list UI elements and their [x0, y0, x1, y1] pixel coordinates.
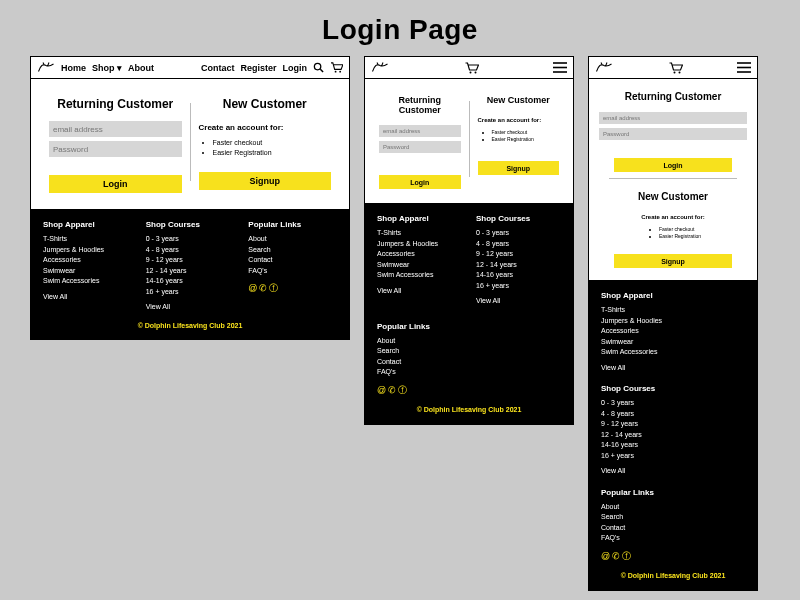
search-icon[interactable]	[313, 62, 324, 73]
viewall-link[interactable]: View All	[601, 363, 745, 374]
facebook-icon[interactable]: ⓕ	[622, 551, 631, 561]
benefit-1: Faster checkout	[492, 129, 534, 136]
benefits-list: Faster checkout Easier Registration	[645, 226, 701, 240]
signup-button[interactable]: Signup	[478, 161, 560, 175]
password-input[interactable]	[49, 141, 182, 157]
whatsapp-icon[interactable]: ✆	[612, 551, 620, 561]
whatsapp-icon[interactable]: ✆	[388, 385, 396, 395]
footer-courses: Shop Courses 0 - 3 years 4 - 8 years 9 -…	[601, 383, 745, 477]
nav-home[interactable]: Home	[61, 63, 86, 73]
viewall-link[interactable]: View All	[43, 292, 132, 303]
footer-link[interactable]: 12 - 14 years	[601, 430, 745, 441]
footer-link[interactable]: FAQ's	[601, 533, 745, 544]
footer-link[interactable]: T-Shirts	[377, 228, 462, 239]
email-input[interactable]	[379, 125, 461, 137]
viewall-link[interactable]: View All	[476, 296, 561, 307]
cart-icon[interactable]	[668, 62, 683, 74]
footer-link[interactable]: Swim Accessories	[43, 276, 132, 287]
returning-customer-panel: Returning Customer Login	[599, 87, 747, 172]
footer-link[interactable]: T-Shirts	[43, 234, 132, 245]
footer-link[interactable]: 16 + years	[146, 287, 235, 298]
footer-link[interactable]: 9 - 12 years	[601, 419, 745, 430]
footer-link[interactable]: 9 - 12 years	[146, 255, 235, 266]
footer-link[interactable]: Swimwear	[377, 260, 462, 271]
footer-link[interactable]: Contact	[377, 357, 561, 368]
footer-link[interactable]: 12 - 14 years	[476, 260, 561, 271]
viewall-link[interactable]: View All	[601, 466, 745, 477]
facebook-icon[interactable]: ⓕ	[269, 283, 278, 293]
whatsapp-icon[interactable]: ✆	[259, 283, 267, 293]
at-icon[interactable]: @	[377, 385, 386, 395]
cart-icon[interactable]	[464, 62, 479, 74]
returning-title: Returning Customer	[57, 97, 173, 111]
footer-link[interactable]: Swim Accessories	[377, 270, 462, 281]
footer-link[interactable]: Search	[377, 346, 561, 357]
footer-link[interactable]: FAQ's	[248, 266, 337, 277]
footer-link[interactable]: 4 - 8 years	[601, 409, 745, 420]
footer-link[interactable]: 16 + years	[601, 451, 745, 462]
footer-link[interactable]: Swim Accessories	[601, 347, 745, 358]
svg-point-4	[469, 71, 471, 73]
footer-link[interactable]: Accessories	[377, 249, 462, 260]
footer-courses-head: Shop Courses	[146, 219, 235, 231]
footer-popular: Popular Links About Search Contact FAQ's…	[377, 321, 561, 398]
footer-link[interactable]: Jumpers & Hoodies	[601, 316, 745, 327]
footer-link[interactable]: 14-16 years	[601, 440, 745, 451]
at-icon[interactable]: @	[601, 551, 610, 561]
footer-desktop: Shop Apparel T-Shirts Jumpers & Hoodies …	[31, 209, 349, 339]
footer-link[interactable]: Search	[248, 245, 337, 256]
footer-link[interactable]: T-Shirts	[601, 305, 745, 316]
footer-link[interactable]: 14-16 years	[146, 276, 235, 287]
footer-link[interactable]: Contact	[248, 255, 337, 266]
cart-icon[interactable]	[330, 62, 343, 73]
footer-link[interactable]: 0 - 3 years	[146, 234, 235, 245]
footer-apparel: Shop Apparel T-Shirts Jumpers & Hoodies …	[601, 290, 745, 373]
footer-link[interactable]: FAQ's	[377, 367, 561, 378]
footer-link[interactable]: Swimwear	[43, 266, 132, 277]
footer-link[interactable]: Jumpers & Hoodies	[43, 245, 132, 256]
nav-login[interactable]: Login	[283, 63, 308, 73]
benefit-2: Easier Registration	[659, 233, 701, 240]
footer-link[interactable]: Swimwear	[601, 337, 745, 348]
email-input[interactable]	[599, 112, 747, 124]
footer-link[interactable]: Search	[601, 512, 745, 523]
footer-link[interactable]: Jumpers & Hoodies	[377, 239, 462, 250]
footer-link[interactable]: 16 + years	[476, 281, 561, 292]
footer-mobile: Shop Apparel T-Shirts Jumpers & Hoodies …	[589, 280, 757, 590]
viewall-link[interactable]: View All	[377, 286, 462, 297]
nav-about[interactable]: About	[128, 63, 154, 73]
footer-link[interactable]: 12 - 14 years	[146, 266, 235, 277]
facebook-icon[interactable]: ⓕ	[398, 385, 407, 395]
footer-link[interactable]: 9 - 12 years	[476, 249, 561, 260]
footer-link[interactable]: 0 - 3 years	[601, 398, 745, 409]
login-button[interactable]: Login	[379, 175, 461, 189]
new-customer-panel: New Customer Create an account for: Fast…	[470, 89, 568, 189]
footer-link[interactable]: 4 - 8 years	[146, 245, 235, 256]
footer-popular-head: Popular Links	[248, 219, 337, 231]
nav-shop[interactable]: Shop ▾	[92, 63, 122, 73]
nav-contact[interactable]: Contact	[201, 63, 235, 73]
footer-link[interactable]: About	[601, 502, 745, 513]
footer-link[interactable]: Contact	[601, 523, 745, 534]
viewall-link[interactable]: View All	[146, 302, 235, 313]
signup-button[interactable]: Signup	[199, 172, 332, 190]
password-input[interactable]	[379, 141, 461, 153]
login-button[interactable]: Login	[49, 175, 182, 193]
footer-link[interactable]: 14-16 years	[476, 270, 561, 281]
email-input[interactable]	[49, 121, 182, 137]
login-button[interactable]: Login	[614, 158, 732, 172]
footer-link[interactable]: About	[248, 234, 337, 245]
signup-button[interactable]: Signup	[614, 254, 732, 268]
footer-link[interactable]: 4 - 8 years	[476, 239, 561, 250]
nav-register[interactable]: Register	[240, 63, 276, 73]
mockup-mobile: Returning Customer Login New Customer Cr…	[588, 56, 758, 591]
hamburger-icon[interactable]	[553, 62, 567, 73]
footer-link[interactable]: About	[377, 336, 561, 347]
footer-link[interactable]: Accessories	[601, 326, 745, 337]
at-icon[interactable]: @	[248, 283, 257, 293]
footer-link[interactable]: Accessories	[43, 255, 132, 266]
hamburger-icon[interactable]	[737, 62, 751, 73]
password-input[interactable]	[599, 128, 747, 140]
footer-link[interactable]: 0 - 3 years	[476, 228, 561, 239]
new-customer-panel: New Customer Create an account for: Fast…	[599, 185, 747, 268]
